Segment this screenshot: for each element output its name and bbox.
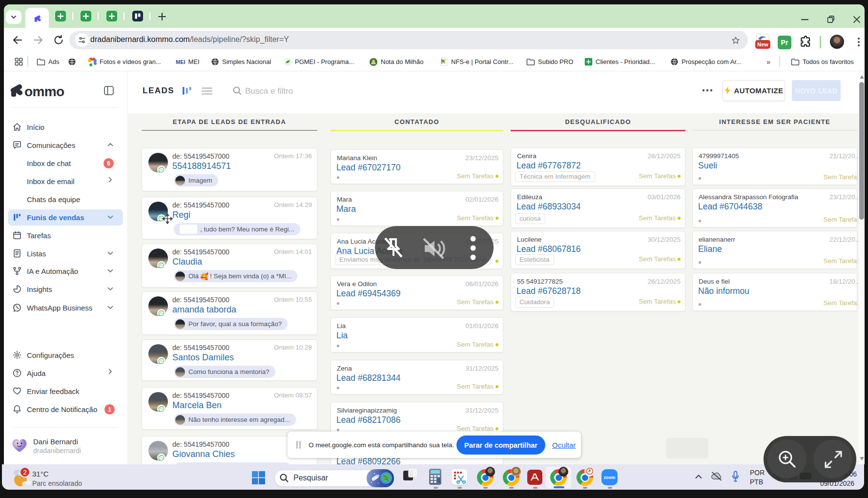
svg-text:ommo: ommo	[24, 84, 64, 98]
